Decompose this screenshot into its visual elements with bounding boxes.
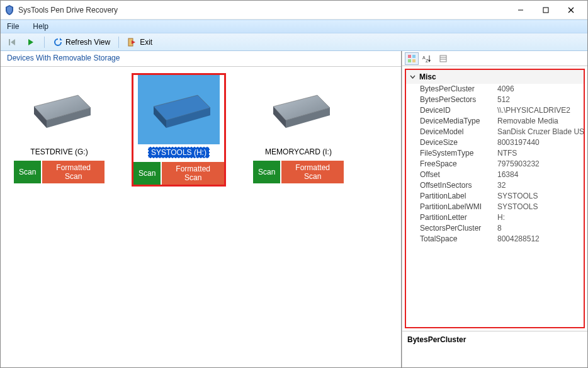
svg-rect-4 xyxy=(9,39,10,45)
property-row[interactable]: DeviceMediaTypeRemovable Media xyxy=(406,116,584,127)
description-title: BytesPerCluster xyxy=(407,335,582,344)
property-row[interactable]: BytesPerSectors512 xyxy=(406,95,584,105)
skip-first-icon xyxy=(7,37,17,47)
exit-label: Exit xyxy=(140,38,152,47)
formatted-scan-button[interactable]: Formatted Scan xyxy=(42,161,105,183)
categorized-button[interactable] xyxy=(405,52,419,65)
property-value: 8 xyxy=(497,223,584,234)
property-row[interactable]: SectorsPerCluster8 xyxy=(406,223,584,234)
property-value: H: xyxy=(497,212,584,223)
nav-play-button[interactable] xyxy=(23,36,38,49)
property-value: 512 xyxy=(497,95,584,105)
property-value: 4096 xyxy=(497,84,584,95)
refresh-label: Refresh View xyxy=(65,38,110,47)
svg-rect-19 xyxy=(408,55,411,58)
property-key: DeviceModel xyxy=(406,127,497,137)
property-row[interactable]: DeviceID\\.\PHYSICALDRIVE2 xyxy=(406,105,584,116)
toolbar-separator xyxy=(118,37,119,48)
property-key: Offset xyxy=(406,170,497,180)
property-value: SYSTOOLS xyxy=(497,202,584,212)
device-card[interactable]: TESTDRIVE (G:)ScanFormatted Scan xyxy=(12,73,106,187)
property-value: \\.\PHYSICALDRIVE2 xyxy=(497,105,584,116)
svg-marker-26 xyxy=(428,60,431,62)
property-row[interactable]: FileSystemTypeNTFS xyxy=(406,148,584,159)
svg-text:Z: Z xyxy=(426,59,429,63)
window-title: SysTools Pen Drive Recovery xyxy=(18,6,118,14)
property-key: PartitionLetter xyxy=(406,212,497,223)
toolbar: Refresh View Exit xyxy=(1,33,587,51)
formatted-scan-button[interactable]: Formatted Scan xyxy=(162,162,224,185)
menubar: File Help xyxy=(1,20,587,33)
property-key: PartitionLabelWMI xyxy=(406,202,497,212)
property-value: 8003197440 xyxy=(497,137,584,148)
property-value: Removable Media xyxy=(497,116,584,127)
titlebar: SysTools Pen Drive Recovery xyxy=(1,1,587,20)
chevron-down-icon xyxy=(410,74,416,81)
property-value: NTFS xyxy=(497,148,584,159)
device-card[interactable]: MEMORYCARD (I:)ScanFormatted Scan xyxy=(251,73,346,187)
exit-icon xyxy=(127,37,137,47)
properties-toolbar: AZ xyxy=(402,51,587,66)
svg-marker-7 xyxy=(60,38,62,40)
drive-icon xyxy=(138,75,220,144)
devices-panel: Devices With Removable Storage TESTDRIVE… xyxy=(1,51,402,367)
property-row[interactable]: FreeSpace7975903232 xyxy=(406,159,584,170)
property-key: SectorsPerCluster xyxy=(406,223,497,234)
menu-help[interactable]: Help xyxy=(30,21,51,32)
property-row[interactable]: PartitionLetterH: xyxy=(406,212,584,223)
property-row[interactable]: DeviceModelSanDisk Cruzer Blade USB Devi xyxy=(406,127,584,137)
svg-marker-9 xyxy=(132,40,135,44)
svg-rect-22 xyxy=(412,59,416,62)
property-key: DeviceID xyxy=(406,105,497,116)
maximize-button[interactable] xyxy=(533,2,558,18)
property-grid[interactable]: BytesPerCluster4096BytesPerSectors512Dev… xyxy=(406,84,584,327)
property-value: SYSTOOLS xyxy=(497,191,584,202)
property-key: BytesPerSectors xyxy=(406,95,497,105)
minimize-button[interactable] xyxy=(508,2,533,18)
scan-button[interactable]: Scan xyxy=(133,162,161,185)
property-value: SanDisk Cruzer Blade USB Devi xyxy=(497,127,584,137)
property-key: FreeSpace xyxy=(406,159,497,170)
description-pane: BytesPerCluster xyxy=(402,331,587,367)
property-row[interactable]: BytesPerCluster4096 xyxy=(406,84,584,95)
refresh-icon xyxy=(53,37,63,47)
toolbar-separator xyxy=(44,37,45,48)
device-label: TESTDRIVE (G:) xyxy=(28,147,90,157)
property-value: 7975903232 xyxy=(497,159,584,170)
device-card[interactable]: SYSTOOLS (H:)ScanFormatted Scan xyxy=(132,73,226,187)
close-button[interactable] xyxy=(558,2,584,18)
svg-rect-21 xyxy=(408,59,411,62)
property-row[interactable]: PartitionLabelSYSTOOLS xyxy=(406,191,584,202)
refresh-button[interactable]: Refresh View xyxy=(50,36,113,49)
nav-first-button[interactable] xyxy=(4,36,20,49)
property-group-header[interactable]: Misc xyxy=(406,70,584,84)
property-row[interactable]: Offset16384 xyxy=(406,170,584,180)
drive-icon xyxy=(18,75,100,144)
property-row[interactable]: OffsetInSectors32 xyxy=(406,180,584,191)
property-row[interactable]: TotalSpace8004288512 xyxy=(406,234,584,244)
exit-button[interactable]: Exit xyxy=(125,36,155,49)
scan-button[interactable]: Scan xyxy=(253,161,280,183)
device-label: SYSTOOLS (H:) xyxy=(148,147,210,158)
property-value: 16384 xyxy=(497,170,584,180)
menu-file[interactable]: File xyxy=(4,21,21,32)
alphabetical-button[interactable]: AZ xyxy=(420,52,434,65)
property-row[interactable]: PartitionLabelWMISYSTOOLS xyxy=(406,202,584,212)
devices-panel-header: Devices With Removable Storage xyxy=(1,51,401,67)
properties-panel: AZ Misc BytesPerCluster4096BytesPerSecto… xyxy=(402,51,587,367)
property-pages-button[interactable] xyxy=(436,52,450,65)
property-key: FileSystemType xyxy=(406,148,497,159)
property-key: OffsetInSectors xyxy=(406,180,497,191)
scan-button[interactable]: Scan xyxy=(14,161,41,183)
svg-rect-20 xyxy=(412,55,416,58)
svg-marker-6 xyxy=(28,39,33,45)
app-logo-icon xyxy=(4,5,14,15)
property-row[interactable]: DeviceSize8003197440 xyxy=(406,137,584,148)
property-value: 8004288512 xyxy=(497,234,584,244)
formatted-scan-button[interactable]: Formatted Scan xyxy=(281,161,344,183)
property-key: DeviceSize xyxy=(406,137,497,148)
svg-rect-1 xyxy=(543,8,548,13)
device-grid: TESTDRIVE (G:)ScanFormatted Scan SYSTOOL… xyxy=(1,67,401,193)
property-key: DeviceMediaType xyxy=(406,116,497,127)
group-title: Misc xyxy=(419,72,436,81)
